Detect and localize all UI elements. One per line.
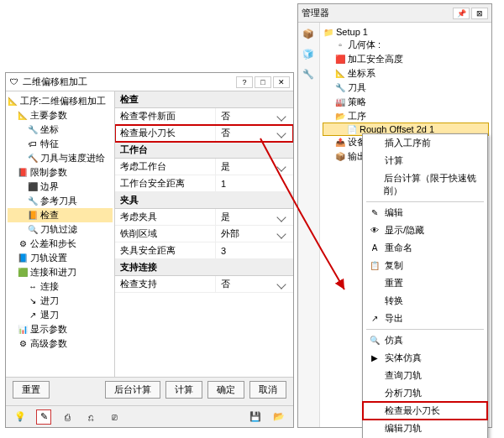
tree-item[interactable]: 📊显示参数 [8, 322, 113, 336]
vtb-icon-2[interactable]: 🧊 [301, 46, 316, 61]
dialog-tree[interactable]: 📐工序:二维偏移粗加工 📐主要参数🔧坐标🏷特征🔨刀具与速度进给📕限制参数⬛边界🔧… [6, 91, 115, 392]
prop-row[interactable]: 检查支持否 [115, 276, 293, 293]
dialog-titlebar: 🛡 二维偏移粗加工 ? □ ✕ [6, 73, 293, 91]
prop-value[interactable]: 否 [216, 276, 293, 292]
menu-item[interactable]: 检查最小刀长 [363, 402, 487, 420]
vtb-icon-1[interactable]: 📦 [301, 26, 316, 41]
tree-item[interactable]: 📕限制参数 [8, 165, 113, 180]
prop-value[interactable]: 否 [216, 125, 293, 141]
ok-button[interactable]: 确定 [207, 381, 244, 399]
prop-row[interactable]: 铁削区域外部 [115, 226, 293, 242]
tree-item[interactable]: 📐主要参数 [8, 108, 113, 123]
root-icon: 📐 [8, 96, 18, 107]
chevron-down-icon[interactable] [276, 229, 286, 238]
menu-item[interactable]: 编辑刀轨 [363, 420, 487, 437]
tree-item-label: 特征 [40, 138, 59, 150]
mgr-tree-item[interactable]: ▫几何体 : [323, 38, 488, 52]
tree-item[interactable]: ⬛边界 [8, 180, 113, 194]
bg-calc-button[interactable]: 后台计算 [105, 381, 160, 399]
menu-item[interactable]: 后台计算（限于快速铣削） [363, 169, 487, 200]
menu-item[interactable]: 转换 [363, 292, 487, 310]
prop-row[interactable]: 考虑夹具是 [115, 209, 293, 226]
open-icon[interactable]: 📂 [271, 409, 286, 425]
calc-button[interactable]: 计算 [165, 381, 202, 399]
tree-item[interactable]: 🟩连接和进刀 [8, 265, 113, 279]
vtb-icon-3[interactable]: 🔧 [301, 66, 316, 81]
menu-item[interactable]: 计算 [363, 152, 487, 169]
manager-tree[interactable]: 📁Setup 1▫几何体 :🟥加工安全高度📐坐标系🔧刀具🏭策略📂工序📄Rough… [320, 23, 491, 427]
tree-item-icon: 📕 [18, 168, 28, 178]
tree-item[interactable]: ⚙公差和步长 [8, 237, 113, 251]
menu-item-label: 分析刀轨 [385, 387, 422, 399]
prop-value[interactable]: 外部 [216, 226, 293, 242]
tree-item-icon: 🔧 [28, 125, 38, 135]
menu-item-label: 编辑 [385, 206, 403, 219]
reset-button[interactable]: 重置 [13, 381, 50, 399]
menu-item[interactable]: 重置 [363, 274, 487, 292]
menu-item[interactable]: 查询刀轨 [363, 367, 487, 384]
chevron-down-icon[interactable] [276, 112, 286, 121]
menu-item[interactable]: ▶实体仿真 [363, 349, 487, 367]
tool-icon-2[interactable]: ⎌ [83, 409, 98, 425]
dialog-button-bar: 重置 后台计算 计算 确定 取消 [6, 377, 293, 402]
prop-row[interactable]: 工作台安全距离1 [115, 175, 293, 192]
tree-item[interactable]: ↗退刀 [8, 308, 113, 322]
cancel-button[interactable]: 取消 [249, 381, 286, 399]
chevron-down-icon[interactable] [276, 212, 286, 222]
tree-item[interactable]: 🔍刀轨过滤 [8, 222, 113, 237]
tool-icon-1[interactable]: ⎙ [60, 409, 75, 425]
prop-value[interactable]: 是 [216, 209, 293, 225]
prop-row[interactable]: 考虑工作台是 [115, 159, 293, 175]
edit-icon[interactable]: ✎ [36, 409, 51, 425]
tree-item[interactable]: 🔧参考刀具 [8, 194, 113, 208]
mgr-tree-item[interactable]: 📐坐标系 [323, 66, 488, 81]
pin-icon[interactable]: 📌 [453, 8, 470, 19]
prop-value[interactable]: 3 [216, 242, 293, 258]
menu-item[interactable]: 📋复制 [363, 257, 487, 274]
bulb-icon[interactable]: 💡 [13, 409, 28, 425]
menu-item-icon [370, 138, 380, 149]
close-button[interactable]: ✕ [273, 76, 290, 88]
tool-icon-3[interactable]: ⎚ [107, 409, 122, 425]
mgr-tree-icon: 📦 [335, 152, 345, 162]
mgr-tree-item[interactable]: 🏭策略 [323, 95, 488, 109]
menu-item[interactable]: ↗导出 [363, 310, 487, 327]
prop-value[interactable]: 是 [216, 159, 293, 175]
tree-item[interactable]: ↘进刀 [8, 294, 113, 308]
save-icon[interactable]: 💾 [248, 409, 263, 425]
prop-row[interactable]: 检查最小刀长否 [115, 125, 293, 142]
tree-root[interactable]: 📐工序:二维偏移粗加工 [8, 94, 113, 108]
menu-item[interactable]: A重命名 [363, 239, 487, 257]
tree-item[interactable]: 📙检查 [8, 208, 113, 222]
mgr-tree-item[interactable]: 🟥加工安全高度 [323, 52, 488, 66]
mgr-tree-item[interactable]: 🔧刀具 [323, 81, 488, 95]
tree-item[interactable]: 📘刀轨设置 [8, 251, 113, 265]
tree-item[interactable]: 🔧坐标 [8, 123, 113, 137]
menu-item[interactable]: 分析刀轨 [363, 384, 487, 402]
prop-value[interactable]: 1 [216, 175, 293, 191]
mgr-close-button[interactable]: ⊠ [471, 8, 488, 19]
tree-item[interactable]: ↔连接 [8, 279, 113, 294]
prop-row[interactable]: 检查零件新面否 [115, 108, 293, 125]
tree-item[interactable]: 🔨刀具与速度进给 [8, 151, 113, 165]
mgr-tree-item[interactable]: 📂工序 [323, 109, 488, 123]
chevron-down-icon[interactable] [276, 128, 286, 138]
chevron-down-icon[interactable] [276, 279, 286, 289]
prop-row[interactable]: 夹具安全距离3 [115, 242, 293, 259]
min-button[interactable]: □ [255, 76, 271, 88]
tree-item[interactable]: 🏷特征 [8, 137, 113, 151]
menu-item-icon: 📋 [370, 261, 380, 271]
chevron-down-icon[interactable] [276, 162, 286, 171]
menu-item[interactable]: 🔍仿真 [363, 331, 487, 349]
menu-item[interactable]: ✎编辑 [363, 204, 487, 222]
menu-item[interactable]: 👁显示/隐藏 [363, 222, 487, 239]
menu-item[interactable]: 插入工序前 [363, 134, 487, 152]
tree-item-label: 主要参数 [30, 109, 67, 122]
mgr-tree-item[interactable]: 📁Setup 1 [323, 26, 488, 38]
mgr-tree-icon: 📂 [335, 112, 345, 122]
tree-item-label: 检查 [40, 209, 59, 222]
tree-item[interactable]: ⚙高级参数 [8, 336, 113, 351]
help-button[interactable]: ? [236, 76, 253, 88]
prop-value[interactable]: 否 [216, 108, 293, 124]
manager-panel: 管理器 📌⊠ 📦 🧊 🔧 📁Setup 1▫几何体 :🟥加工安全高度📐坐标系🔧刀… [297, 3, 492, 428]
